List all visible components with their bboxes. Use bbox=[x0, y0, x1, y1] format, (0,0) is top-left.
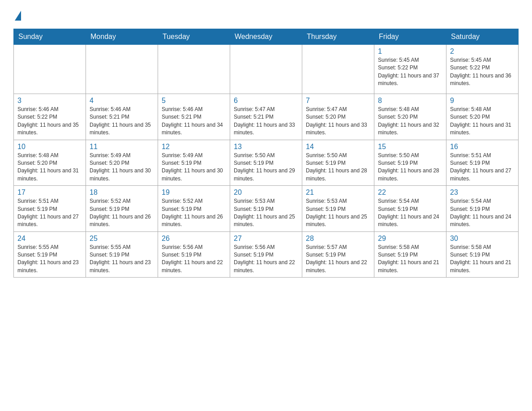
day-number: 17 bbox=[17, 188, 82, 197]
header-row: Sunday Monday Tuesday Wednesday Thursday… bbox=[14, 29, 519, 45]
table-row: 22Sunrise: 5:54 AM Sunset: 5:19 PM Dayli… bbox=[374, 186, 446, 232]
day-info: Sunrise: 5:45 AM Sunset: 5:22 PM Dayligh… bbox=[450, 56, 515, 88]
table-row: 7Sunrise: 5:47 AM Sunset: 5:20 PM Daylig… bbox=[302, 94, 374, 140]
calendar-row: 24Sunrise: 5:55 AM Sunset: 5:19 PM Dayli… bbox=[14, 231, 519, 278]
table-row: 3Sunrise: 5:46 AM Sunset: 5:22 PM Daylig… bbox=[14, 94, 86, 140]
col-monday: Monday bbox=[86, 29, 158, 45]
day-info: Sunrise: 5:52 AM Sunset: 5:19 PM Dayligh… bbox=[162, 197, 226, 229]
day-number: 18 bbox=[90, 188, 154, 197]
day-info: Sunrise: 5:46 AM Sunset: 5:21 PM Dayligh… bbox=[90, 106, 154, 137]
table-row: 12Sunrise: 5:49 AM Sunset: 5:19 PM Dayli… bbox=[158, 140, 230, 186]
day-info: Sunrise: 5:58 AM Sunset: 5:19 PM Dayligh… bbox=[378, 244, 442, 275]
day-number: 6 bbox=[234, 97, 298, 105]
calendar-row: 10Sunrise: 5:48 AM Sunset: 5:20 PM Dayli… bbox=[14, 140, 519, 186]
day-number: 2 bbox=[450, 47, 515, 56]
table-row: 13Sunrise: 5:50 AM Sunset: 5:19 PM Dayli… bbox=[230, 140, 302, 186]
table-row: 2Sunrise: 5:45 AM Sunset: 5:22 PM Daylig… bbox=[446, 45, 519, 94]
day-info: Sunrise: 5:51 AM Sunset: 5:19 PM Dayligh… bbox=[17, 197, 82, 229]
table-row: 26Sunrise: 5:56 AM Sunset: 5:19 PM Dayli… bbox=[158, 231, 230, 278]
day-number: 13 bbox=[234, 143, 298, 151]
col-sunday: Sunday bbox=[14, 29, 86, 45]
col-friday: Friday bbox=[374, 29, 446, 45]
day-info: Sunrise: 5:55 AM Sunset: 5:19 PM Dayligh… bbox=[17, 244, 82, 275]
day-number: 20 bbox=[234, 188, 298, 197]
col-wednesday: Wednesday bbox=[230, 29, 302, 45]
table-row: 25Sunrise: 5:55 AM Sunset: 5:19 PM Dayli… bbox=[86, 231, 158, 278]
day-number: 12 bbox=[162, 143, 226, 151]
table-row: 8Sunrise: 5:48 AM Sunset: 5:20 PM Daylig… bbox=[374, 94, 446, 140]
day-info: Sunrise: 5:56 AM Sunset: 5:19 PM Dayligh… bbox=[234, 244, 298, 275]
day-number: 7 bbox=[306, 97, 370, 105]
day-number: 10 bbox=[17, 143, 82, 151]
table-row: 19Sunrise: 5:52 AM Sunset: 5:19 PM Dayli… bbox=[158, 186, 230, 232]
table-row: 15Sunrise: 5:50 AM Sunset: 5:19 PM Dayli… bbox=[374, 140, 446, 186]
day-number: 3 bbox=[17, 97, 82, 105]
col-thursday: Thursday bbox=[302, 29, 374, 45]
table-row: 5Sunrise: 5:46 AM Sunset: 5:21 PM Daylig… bbox=[158, 94, 230, 140]
table-row: 14Sunrise: 5:50 AM Sunset: 5:19 PM Dayli… bbox=[302, 140, 374, 186]
calendar-row: 3Sunrise: 5:46 AM Sunset: 5:22 PM Daylig… bbox=[14, 94, 519, 140]
logo-triangle-icon bbox=[15, 11, 21, 21]
day-number: 16 bbox=[450, 143, 515, 151]
day-info: Sunrise: 5:50 AM Sunset: 5:19 PM Dayligh… bbox=[306, 152, 370, 183]
day-info: Sunrise: 5:47 AM Sunset: 5:21 PM Dayligh… bbox=[234, 106, 298, 137]
day-info: Sunrise: 5:52 AM Sunset: 5:19 PM Dayligh… bbox=[90, 197, 154, 229]
day-info: Sunrise: 5:49 AM Sunset: 5:20 PM Dayligh… bbox=[90, 152, 154, 183]
calendar-row: 1Sunrise: 5:45 AM Sunset: 5:22 PM Daylig… bbox=[14, 45, 519, 94]
day-number: 28 bbox=[306, 235, 370, 243]
col-tuesday: Tuesday bbox=[158, 29, 230, 45]
col-saturday: Saturday bbox=[446, 29, 519, 45]
day-number: 19 bbox=[162, 188, 226, 197]
table-row: 9Sunrise: 5:48 AM Sunset: 5:20 PM Daylig… bbox=[446, 94, 519, 140]
table-row: 27Sunrise: 5:56 AM Sunset: 5:19 PM Dayli… bbox=[230, 231, 302, 278]
table-row bbox=[14, 45, 86, 94]
table-row: 28Sunrise: 5:57 AM Sunset: 5:19 PM Dayli… bbox=[302, 231, 374, 278]
day-number: 25 bbox=[90, 235, 154, 243]
day-number: 5 bbox=[162, 97, 226, 105]
table-row: 11Sunrise: 5:49 AM Sunset: 5:20 PM Dayli… bbox=[86, 140, 158, 186]
day-info: Sunrise: 5:50 AM Sunset: 5:19 PM Dayligh… bbox=[234, 152, 298, 183]
table-row: 30Sunrise: 5:58 AM Sunset: 5:19 PM Dayli… bbox=[446, 231, 519, 278]
table-row bbox=[230, 45, 302, 94]
table-row: 18Sunrise: 5:52 AM Sunset: 5:19 PM Dayli… bbox=[86, 186, 158, 232]
day-number: 29 bbox=[378, 235, 442, 243]
day-info: Sunrise: 5:55 AM Sunset: 5:19 PM Dayligh… bbox=[90, 244, 154, 275]
day-number: 22 bbox=[378, 188, 442, 197]
calendar-row: 17Sunrise: 5:51 AM Sunset: 5:19 PM Dayli… bbox=[14, 186, 519, 232]
day-info: Sunrise: 5:58 AM Sunset: 5:19 PM Dayligh… bbox=[450, 244, 515, 275]
table-row bbox=[86, 45, 158, 94]
day-number: 30 bbox=[450, 235, 515, 243]
logo bbox=[13, 9, 21, 20]
day-info: Sunrise: 5:57 AM Sunset: 5:19 PM Dayligh… bbox=[306, 244, 370, 275]
table-row: 10Sunrise: 5:48 AM Sunset: 5:20 PM Dayli… bbox=[14, 140, 86, 186]
day-info: Sunrise: 5:53 AM Sunset: 5:19 PM Dayligh… bbox=[306, 197, 370, 229]
table-row: 17Sunrise: 5:51 AM Sunset: 5:19 PM Dayli… bbox=[14, 186, 86, 232]
day-number: 1 bbox=[378, 47, 442, 56]
day-info: Sunrise: 5:54 AM Sunset: 5:19 PM Dayligh… bbox=[450, 197, 515, 229]
table-row: 21Sunrise: 5:53 AM Sunset: 5:19 PM Dayli… bbox=[302, 186, 374, 232]
day-info: Sunrise: 5:50 AM Sunset: 5:19 PM Dayligh… bbox=[378, 152, 442, 183]
day-number: 14 bbox=[306, 143, 370, 151]
table-row: 16Sunrise: 5:51 AM Sunset: 5:19 PM Dayli… bbox=[446, 140, 519, 186]
day-number: 27 bbox=[234, 235, 298, 243]
day-info: Sunrise: 5:48 AM Sunset: 5:20 PM Dayligh… bbox=[378, 106, 442, 137]
day-number: 24 bbox=[17, 235, 82, 243]
day-number: 26 bbox=[162, 235, 226, 243]
day-info: Sunrise: 5:56 AM Sunset: 5:19 PM Dayligh… bbox=[162, 244, 226, 275]
day-number: 23 bbox=[450, 188, 515, 197]
table-row: 29Sunrise: 5:58 AM Sunset: 5:19 PM Dayli… bbox=[374, 231, 446, 278]
table-row bbox=[302, 45, 374, 94]
day-info: Sunrise: 5:47 AM Sunset: 5:20 PM Dayligh… bbox=[306, 106, 370, 137]
table-row bbox=[158, 45, 230, 94]
table-row: 24Sunrise: 5:55 AM Sunset: 5:19 PM Dayli… bbox=[14, 231, 86, 278]
page-header bbox=[13, 9, 519, 20]
day-number: 9 bbox=[450, 97, 515, 105]
table-row: 23Sunrise: 5:54 AM Sunset: 5:19 PM Dayli… bbox=[446, 186, 519, 232]
day-info: Sunrise: 5:53 AM Sunset: 5:19 PM Dayligh… bbox=[234, 197, 298, 229]
table-row: 20Sunrise: 5:53 AM Sunset: 5:19 PM Dayli… bbox=[230, 186, 302, 232]
day-info: Sunrise: 5:49 AM Sunset: 5:19 PM Dayligh… bbox=[162, 152, 226, 183]
table-row: 4Sunrise: 5:46 AM Sunset: 5:21 PM Daylig… bbox=[86, 94, 158, 140]
table-row: 1Sunrise: 5:45 AM Sunset: 5:22 PM Daylig… bbox=[374, 45, 446, 94]
table-row: 6Sunrise: 5:47 AM Sunset: 5:21 PM Daylig… bbox=[230, 94, 302, 140]
day-info: Sunrise: 5:51 AM Sunset: 5:19 PM Dayligh… bbox=[450, 152, 515, 183]
